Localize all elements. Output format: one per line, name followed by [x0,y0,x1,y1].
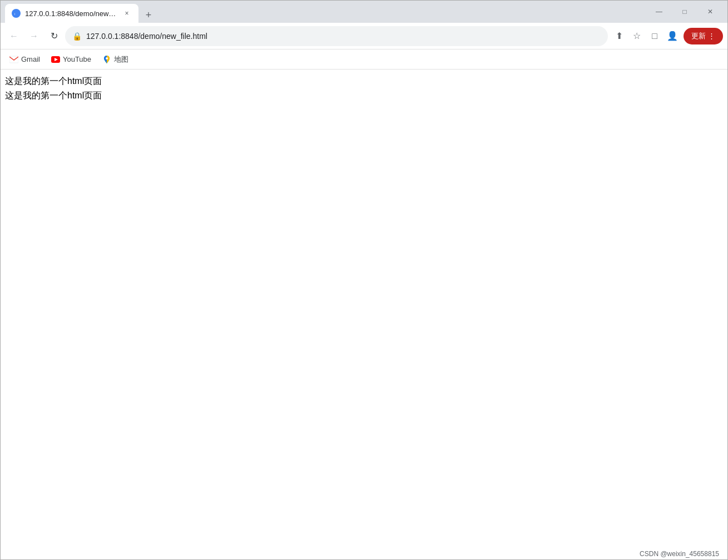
close-button[interactable]: ✕ [697,3,723,21]
bookmark-maps[interactable]: 地图 [98,52,133,67]
tab-strip: i 127.0.0.1:8848/demo/new_file... × + [5,4,646,23]
bookmark-gmail[interactable]: Gmail [5,53,44,66]
bookmark-youtube[interactable]: YouTube [47,53,96,66]
tab-title: 127.0.0.1:8848/demo/new_file... [25,9,117,18]
gmail-icon [9,55,18,64]
navigation-bar: ← → ↻ 🔒 127.0.0.1:8848/demo/new_file.htm… [1,23,727,49]
maximize-button[interactable]: □ [672,3,697,21]
page-content: 这是我的第一个html页面 这是我的第一个html页面 [1,70,727,559]
maps-label: 地图 [114,54,128,65]
youtube-icon [51,55,60,64]
page-line-1: 这是我的第一个html页面 [5,74,723,88]
forward-button[interactable]: → [25,27,43,45]
update-menu-icon: ⋮ [708,32,715,40]
title-bar: i 127.0.0.1:8848/demo/new_file... × + — … [1,1,727,23]
svg-text:i: i [14,12,15,16]
address-bar-actions: ⬆ ☆ □ 👤 [610,27,681,45]
browser-window: i 127.0.0.1:8848/demo/new_file... × + — … [0,0,728,560]
share-button[interactable]: ⬆ [610,27,628,45]
back-button[interactable]: ← [5,27,23,45]
window-controls: — □ ✕ [646,3,723,21]
svg-point-5 [106,57,108,60]
svg-rect-2 [9,56,18,63]
address-bar[interactable]: 🔒 127.0.0.1:8848/demo/new_file.html [65,26,608,46]
tab-close-button[interactable]: × [122,8,132,18]
lock-icon: 🔒 [72,32,82,41]
address-text: 127.0.0.1:8848/demo/new_file.html [86,32,601,41]
page-line-2: 这是我的第一个html页面 [5,88,723,103]
new-tab-button[interactable]: + [141,7,156,23]
tab-favicon: i [12,9,21,18]
watermark: CSDN @weixin_45658815 [631,548,728,560]
extensions-button[interactable]: □ [646,27,663,45]
update-button[interactable]: 更新 ⋮ [684,28,723,44]
bookmark-button[interactable]: ☆ [628,27,646,45]
minimize-button[interactable]: — [646,3,672,21]
bookmarks-bar: Gmail YouTube 地图 [1,49,727,70]
active-tab[interactable]: i 127.0.0.1:8848/demo/new_file... × [5,4,138,23]
maps-icon [102,55,111,64]
profile-button[interactable]: 👤 [663,27,681,45]
gmail-label: Gmail [21,55,40,63]
youtube-label: YouTube [63,55,91,63]
refresh-button[interactable]: ↻ [45,27,63,45]
